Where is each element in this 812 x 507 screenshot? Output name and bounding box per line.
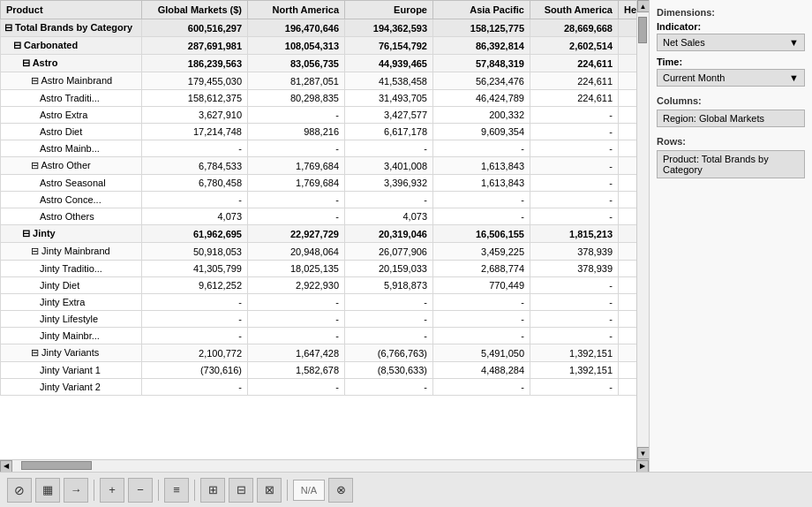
table-inner[interactable]: Product Global Markets ($) North America… [0, 0, 636, 459]
cell-value [619, 175, 637, 192]
list-icon: ≡ [173, 483, 180, 496]
horizontal-scrollbar[interactable]: ◀ ▶ [0, 459, 649, 472]
cell-value: - [530, 208, 619, 225]
scroll-right-btn[interactable]: ▶ [636, 460, 649, 473]
table-scroll-area: Product Global Markets ($) North America… [0, 0, 649, 472]
cell-value: - [248, 379, 345, 396]
list-button[interactable]: ≡ [164, 478, 189, 503]
cell-value: - [530, 124, 619, 140]
cell-value: - [530, 140, 619, 157]
remove-button[interactable]: − [128, 478, 153, 503]
scroll-h-track[interactable] [12, 460, 636, 472]
scroll-left-btn[interactable]: ◀ [0, 460, 12, 473]
grid1-button[interactable]: ⊞ [200, 478, 225, 503]
cell-value: 158,612,375 [142, 90, 248, 107]
table-row: Astro Conce...----- [1, 192, 637, 208]
cell-product: Jinty Lifestyle [1, 311, 142, 328]
add-button[interactable]: + [100, 478, 124, 503]
rows-value-item[interactable]: Product: Total Brands by Category [657, 150, 805, 178]
cell-product: ⊟ Jinty Mainbrand [1, 243, 142, 261]
toolbar-separator-4 [287, 480, 288, 501]
cell-value: 76,154,792 [345, 37, 433, 55]
cell-value [619, 225, 637, 243]
cell-value: 378,939 [530, 261, 619, 277]
table-button[interactable]: ▦ [35, 478, 60, 503]
cell-product: Astro Extra [1, 107, 142, 124]
cell-value: 600,516,297 [142, 19, 248, 37]
cell-value: 22,927,729 [248, 225, 345, 243]
cell-product: Astro Seasonal [1, 175, 142, 192]
grid3-button[interactable]: ⊠ [257, 478, 282, 503]
cell-value: 61,962,695 [142, 225, 248, 243]
cell-product: Astro Diet [1, 124, 142, 140]
cell-value: 1,769,684 [248, 175, 345, 192]
table-row: Astro Diet17,214,748988,2166,617,1789,60… [1, 124, 637, 140]
reset-button[interactable]: ⊗ [328, 478, 353, 503]
cell-value [619, 55, 637, 72]
table-row: Jinty Extra----- [1, 294, 637, 311]
columns-value-item[interactable]: Region: Global Markets [657, 110, 805, 127]
cell-value: 31,493,705 [345, 90, 433, 107]
eye-button[interactable]: ⊘ [7, 478, 32, 503]
cell-product: Jinty Traditio... [1, 261, 142, 277]
columns-title: Columns: [657, 95, 805, 106]
table-row: ⊟ Carbonated287,691,981108,054,31376,154… [1, 37, 637, 55]
cell-value: 81,287,051 [248, 72, 345, 90]
cell-value: 20,319,046 [345, 225, 433, 243]
grid2-button[interactable]: ⊟ [229, 478, 253, 503]
columns-value: Region: Global Markets [663, 113, 764, 124]
cell-value: 26,077,906 [345, 243, 433, 261]
cell-value [619, 362, 637, 379]
indicator-selector[interactable]: Net Sales ▼ [657, 34, 805, 51]
cell-value: 3,627,910 [142, 107, 248, 124]
cell-value: - [142, 311, 248, 328]
cell-product: ⊟ Total Brands by Category [1, 19, 142, 37]
indicator-chevron: ▼ [789, 37, 799, 48]
indicator-label: Indicator: [657, 21, 701, 32]
cell-value: 57,848,319 [433, 55, 530, 72]
col-header-head-of: Head Of... [619, 1, 637, 19]
dimensions-section: Dimensions: Indicator: Net Sales ▼ Time:… [657, 7, 805, 87]
cell-value: 56,234,476 [433, 72, 530, 90]
cell-product: ⊟ Jinty Variants [1, 344, 142, 362]
col-header-europe: Europe [345, 1, 433, 19]
cell-value: 2,602,514 [530, 37, 619, 55]
col-header-north-america: North America [248, 1, 345, 19]
cell-value: - [345, 379, 433, 396]
scroll-h-thumb[interactable] [21, 461, 92, 470]
table-row: ⊟ Jinty Variants2,100,7721,647,428(6,766… [1, 344, 637, 362]
cell-value: 1,647,428 [248, 344, 345, 362]
scroll-v-thumb[interactable] [638, 17, 647, 43]
cell-value [619, 311, 637, 328]
cell-value: 1,769,684 [248, 157, 345, 175]
cell-product: Jinty Mainbr... [1, 328, 142, 344]
na-label: N/A [293, 480, 325, 501]
cell-product: Jinty Variant 1 [1, 362, 142, 379]
cell-value: - [248, 208, 345, 225]
cell-value: 186,239,563 [142, 55, 248, 72]
cell-product: Astro Traditi... [1, 90, 142, 107]
cell-product: Astro Conce... [1, 192, 142, 208]
scroll-up-btn[interactable]: ▲ [637, 0, 650, 12]
cell-value: 2,100,772 [142, 344, 248, 362]
cell-value: 224,611 [530, 55, 619, 72]
arrow-button[interactable]: → [64, 478, 88, 503]
cell-value: - [345, 294, 433, 311]
scroll-down-btn[interactable]: ▼ [637, 447, 650, 459]
table-row: ⊟ Total Brands by Category600,516,297196… [1, 19, 637, 37]
minus-icon: − [137, 483, 144, 496]
cell-value: 28,669,668 [530, 19, 619, 37]
rows-title: Rows: [657, 136, 805, 147]
cell-value: 14,... [619, 37, 637, 55]
cell-value: 1,815,213 [530, 225, 619, 243]
time-selector[interactable]: Current Month ▼ [657, 69, 805, 87]
time-label: Time: [657, 57, 701, 67]
cell-value: - [345, 328, 433, 344]
vertical-scrollbar[interactable]: ▲ ▼ [636, 0, 649, 459]
cell-product: Astro Mainb... [1, 140, 142, 157]
grid1-icon: ⊞ [208, 483, 218, 496]
cell-value: 3,401,008 [345, 157, 433, 175]
col-header-product: Product [1, 1, 142, 19]
scroll-v-track[interactable] [637, 12, 649, 447]
cell-value: - [433, 328, 530, 344]
